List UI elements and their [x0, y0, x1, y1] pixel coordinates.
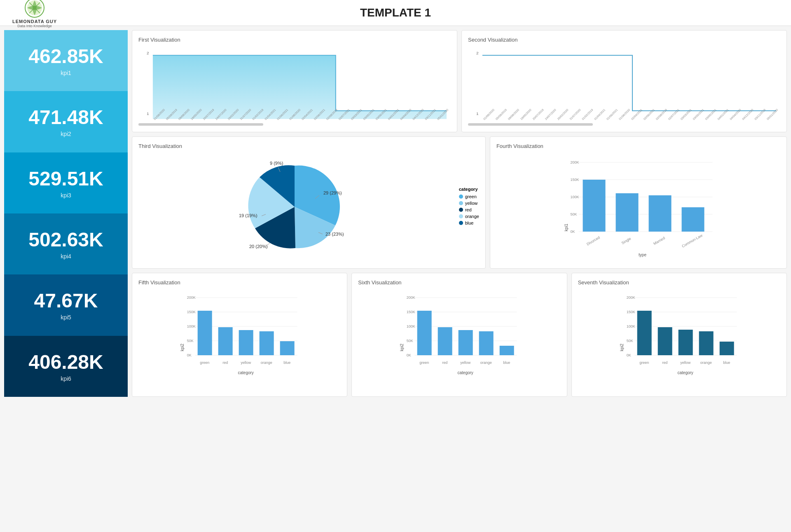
bar-commonlaw — [681, 207, 704, 232]
svg-text:blue: blue — [283, 361, 290, 365]
first-viz-scroll[interactable] — [138, 123, 263, 126]
fourth-viz-card: Fourth Visualization kpi1 200K 150K 100K… — [490, 136, 787, 269]
legend-dot-orange — [459, 214, 463, 218]
svg-text:0K: 0K — [626, 353, 631, 357]
svg-text:03/05/2021: 03/05/2021 — [692, 108, 704, 121]
kpi-value-6: 406.28K — [28, 351, 103, 373]
pie-legend: category green yellow red — [459, 187, 479, 227]
svg-point-2 — [33, 6, 36, 9]
svg-text:04/12/2020: 04/12/2020 — [742, 108, 754, 121]
svg-text:50K: 50K — [626, 339, 633, 343]
legend-dot-yellow — [459, 201, 463, 205]
legend-green: green — [459, 194, 479, 199]
bar6-green — [417, 311, 432, 355]
svg-text:Married: Married — [653, 236, 665, 246]
fifth-viz-card: Fifth Visualization kpi2 200K 150K 100K … — [132, 273, 347, 397]
legend-label-red: red — [465, 207, 472, 212]
svg-text:100K: 100K — [626, 324, 635, 328]
kpi-label-6: kpi6 — [61, 375, 71, 382]
pie-svg: 29 (29%) 23 (23%) 20 (20%) 19 (19%) — [229, 153, 360, 260]
legend-label-yellow: yellow — [465, 201, 478, 206]
bar7-blue — [719, 342, 734, 355]
svg-text:05/09/2019: 05/09/2019 — [495, 108, 508, 121]
legend-orange: orange — [459, 214, 479, 219]
svg-text:02/07/2021: 02/07/2021 — [667, 108, 680, 121]
svg-text:blue: blue — [723, 361, 730, 365]
fifth-viz-title: Fifth Visualization — [138, 279, 341, 286]
svg-text:20 (20%): 20 (20%) — [249, 244, 268, 249]
svg-text:category: category — [458, 370, 473, 375]
legend-label-green: green — [465, 194, 477, 199]
page-header: LEMONDATA GUY Data Into Knowledge TEMPLA… — [0, 0, 791, 26]
first-viz-chart: 2 1 01/08/2020 — [138, 47, 451, 121]
svg-text:green: green — [200, 361, 209, 365]
svg-text:05/01/2020: 05/01/2020 — [766, 108, 779, 121]
kpi-card-2: 471.48K kpi2 — [4, 91, 128, 152]
svg-text:yellow: yellow — [680, 361, 691, 365]
svg-text:24/07/2020: 24/07/2020 — [544, 108, 557, 121]
bar5-yellow — [239, 330, 253, 355]
svg-text:04/04/2020: 04/04/2020 — [729, 108, 742, 121]
svg-text:orange: orange — [261, 361, 272, 365]
svg-text:09/08/2020: 09/08/2020 — [507, 108, 520, 121]
svg-text:Single: Single — [621, 237, 632, 245]
third-viz-title: Third Visualization — [138, 143, 479, 149]
bar6-blue — [500, 346, 514, 355]
fourth-viz-svg: kpi1 200K 150K 100K 50K 0K — [496, 153, 780, 260]
kpi-card-6: 406.28K kpi6 — [4, 336, 128, 397]
kpi-card-1: 462.85K kpi1 — [4, 30, 128, 91]
seventh-viz-card: Seventh Visualization kpi2 200K 150K 100… — [571, 273, 787, 397]
bar-single — [615, 193, 638, 232]
svg-text:red: red — [662, 361, 667, 365]
svg-text:50K: 50K — [570, 212, 577, 216]
second-viz-card: Second Visualization 2 1 01/08/2020 — [461, 30, 787, 132]
svg-text:200K: 200K — [570, 160, 579, 164]
bar6-red — [438, 327, 452, 355]
svg-text:1: 1 — [476, 111, 479, 116]
seventh-viz-title: Seventh Visualization — [578, 279, 780, 286]
svg-text:150K: 150K — [570, 178, 579, 182]
svg-text:01/06/2020: 01/06/2020 — [618, 108, 631, 121]
svg-text:200K: 200K — [407, 295, 415, 300]
third-viz-card: Third Visualization — [132, 136, 486, 269]
svg-text:green: green — [639, 361, 649, 365]
legend-dot-red — [459, 208, 463, 212]
kpi-label-1: kpi1 — [61, 70, 71, 76]
legend-blue: blue — [459, 220, 479, 225]
svg-text:1: 1 — [147, 111, 149, 116]
bar-married — [648, 195, 671, 232]
kpi-card-3: 529.51K kpi3 — [4, 152, 128, 213]
logo-icon — [24, 0, 45, 18]
svg-text:100K: 100K — [407, 324, 415, 328]
svg-text:red: red — [222, 361, 228, 365]
bar5-red — [218, 327, 233, 355]
svg-text:yellow: yellow — [460, 361, 471, 365]
second-viz-scroll[interactable] — [468, 123, 593, 126]
bar7-yellow — [678, 330, 693, 355]
first-viz-svg: 2 1 01/08/2020 — [138, 47, 451, 121]
svg-text:100K: 100K — [187, 324, 196, 328]
svg-text:2: 2 — [476, 51, 479, 55]
svg-text:green: green — [419, 361, 429, 365]
second-viz-title: Second Visualization — [468, 37, 780, 43]
sixth-viz-card: Sixth Visualization kpi2 200K 150K 100K … — [351, 273, 567, 397]
svg-text:red: red — [442, 361, 447, 365]
svg-text:18/05/2020: 18/05/2020 — [520, 108, 532, 121]
svg-text:26/02/2020: 26/02/2020 — [557, 108, 569, 121]
bar7-orange — [699, 331, 713, 355]
charts-area: First Visualization 2 1 — [132, 30, 787, 397]
svg-text:200K: 200K — [187, 295, 196, 300]
sixth-viz-svg: kpi2 200K 150K 100K 50K 0K gre — [358, 290, 560, 389]
svg-text:yellow: yellow — [241, 361, 251, 365]
svg-text:01/02/2019: 01/02/2019 — [581, 108, 594, 121]
legend-dot-blue — [459, 221, 463, 225]
svg-text:04/01/2021: 04/01/2021 — [717, 108, 729, 121]
svg-text:01/06/2021: 01/06/2021 — [606, 108, 618, 121]
bar7-green — [637, 311, 651, 355]
svg-text:9 (9%): 9 (9%) — [270, 161, 283, 166]
svg-text:0K: 0K — [407, 353, 411, 357]
kpi-value-5: 47.67K — [34, 289, 98, 312]
legend-dot-green — [459, 195, 463, 199]
svg-text:50K: 50K — [407, 339, 413, 343]
charts-row-3: Fifth Visualization kpi2 200K 150K 100K … — [132, 273, 787, 397]
